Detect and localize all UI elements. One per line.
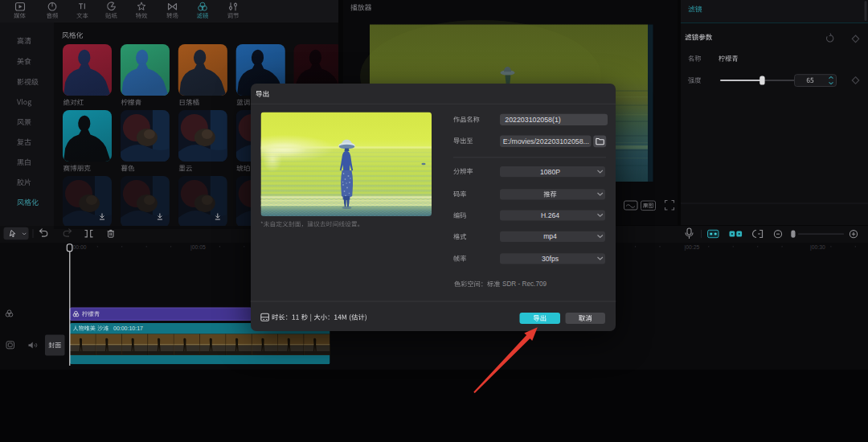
svg-text:mp4: mp4 bbox=[543, 232, 557, 240]
svg-text:202203102058(1): 202203102058(1) bbox=[505, 116, 561, 124]
svg-text:SDR - Rec.709: SDR - Rec.709 bbox=[502, 280, 547, 288]
svg-text:H.264: H.264 bbox=[541, 211, 559, 219]
svg-text:30fps: 30fps bbox=[542, 255, 559, 263]
svg-text:1080P: 1080P bbox=[540, 168, 560, 176]
svg-text:E:/movies/202203102058...: E:/movies/202203102058... bbox=[503, 137, 589, 145]
